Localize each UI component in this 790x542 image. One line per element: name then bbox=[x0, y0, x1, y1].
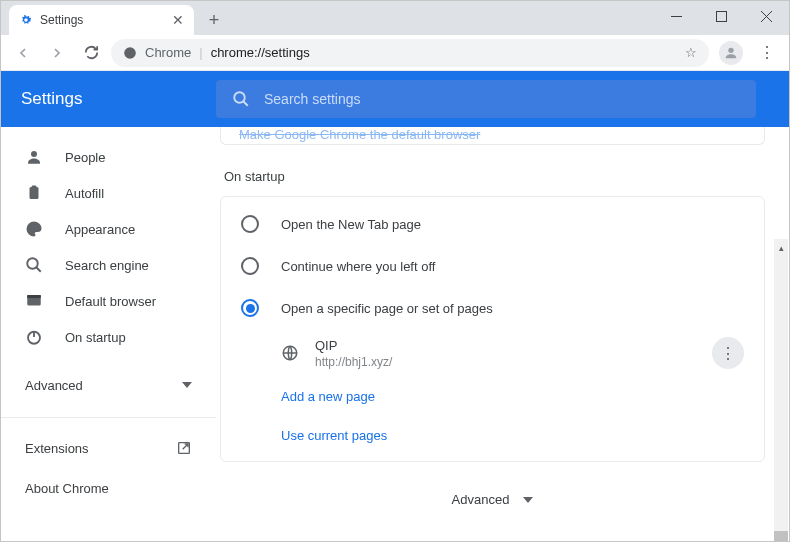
person-icon bbox=[25, 148, 43, 166]
close-tab-icon[interactable]: ✕ bbox=[172, 12, 184, 28]
browser-tab[interactable]: Settings ✕ bbox=[9, 5, 194, 35]
reload-button[interactable] bbox=[77, 39, 105, 67]
radio-new-tab[interactable]: Open the New Tab page bbox=[221, 203, 764, 245]
globe-icon bbox=[281, 344, 299, 362]
palette-icon bbox=[25, 220, 43, 238]
url-field[interactable]: Chrome | chrome://settings ☆ bbox=[111, 39, 709, 67]
url-path: chrome://settings bbox=[211, 45, 310, 60]
sidebar-item-extensions[interactable]: Extensions bbox=[1, 428, 216, 468]
chevron-down-icon bbox=[523, 497, 533, 503]
tab-title: Settings bbox=[40, 13, 83, 27]
svg-rect-1 bbox=[717, 11, 727, 21]
prev-section-card[interactable]: Make Google Chrome the default browser bbox=[220, 127, 765, 145]
sidebar-item-on-startup[interactable]: On startup bbox=[1, 319, 216, 355]
new-tab-button[interactable]: + bbox=[200, 6, 228, 34]
radio-icon-checked bbox=[241, 299, 259, 317]
svg-point-8 bbox=[27, 258, 38, 269]
search-box[interactable] bbox=[216, 80, 756, 118]
startup-page-url: http://bhj1.xyz/ bbox=[315, 355, 696, 369]
sidebar-item-autofill[interactable]: Autofill bbox=[1, 175, 216, 211]
addressbar: Chrome | chrome://settings ☆ ⋮ bbox=[1, 35, 789, 71]
scrollbar-track[interactable] bbox=[774, 239, 788, 541]
forward-button[interactable] bbox=[43, 39, 71, 67]
sidebar-item-default-browser[interactable]: Default browser bbox=[1, 283, 216, 319]
sidebar-item-label: People bbox=[65, 150, 105, 165]
radio-continue[interactable]: Continue where you left off bbox=[221, 245, 764, 287]
titlebar: Settings ✕ + bbox=[1, 1, 789, 35]
advanced-bottom-toggle[interactable]: Advanced bbox=[220, 492, 765, 507]
sidebar: People Autofill Appearance Search engine… bbox=[1, 127, 216, 541]
radio-specific-pages[interactable]: Open a specific page or set of pages bbox=[221, 287, 764, 329]
sidebar-item-search-engine[interactable]: Search engine bbox=[1, 247, 216, 283]
page-title: Settings bbox=[21, 89, 216, 109]
power-icon bbox=[25, 328, 43, 346]
radio-icon bbox=[241, 257, 259, 275]
sidebar-item-label: Search engine bbox=[65, 258, 149, 273]
maximize-button[interactable] bbox=[699, 1, 744, 31]
scrollbar-thumb[interactable] bbox=[774, 531, 788, 541]
svg-rect-6 bbox=[30, 187, 39, 199]
chevron-down-icon bbox=[182, 382, 192, 388]
chrome-origin-icon bbox=[123, 46, 137, 60]
sidebar-advanced-toggle[interactable]: Advanced bbox=[1, 363, 216, 407]
section-title: On startup bbox=[220, 169, 765, 184]
clipboard-icon bbox=[25, 184, 43, 202]
startup-page-entry: QIP http://bhj1.xyz/ ⋮ bbox=[221, 329, 764, 377]
profile-avatar[interactable] bbox=[719, 41, 743, 65]
bookmark-star-icon[interactable]: ☆ bbox=[685, 45, 697, 60]
svg-rect-0 bbox=[671, 16, 682, 17]
svg-point-4 bbox=[234, 92, 245, 103]
main-content: Make Google Chrome the default browser O… bbox=[216, 127, 789, 541]
sidebar-item-appearance[interactable]: Appearance bbox=[1, 211, 216, 247]
settings-gear-icon bbox=[19, 13, 33, 27]
sidebar-item-label: Default browser bbox=[65, 294, 156, 309]
add-page-link[interactable]: Add a new page bbox=[221, 377, 764, 416]
external-link-icon bbox=[176, 440, 192, 456]
sidebar-item-label: Autofill bbox=[65, 186, 104, 201]
search-input[interactable] bbox=[264, 91, 740, 107]
search-icon bbox=[25, 256, 43, 274]
close-window-button[interactable] bbox=[744, 1, 789, 31]
scroll-up-arrow[interactable]: ▴ bbox=[774, 241, 788, 255]
svg-rect-10 bbox=[27, 295, 41, 298]
use-current-pages-link[interactable]: Use current pages bbox=[221, 416, 764, 455]
search-icon bbox=[232, 90, 250, 108]
sidebar-item-label: On startup bbox=[65, 330, 126, 345]
svg-point-3 bbox=[728, 47, 733, 52]
settings-header: Settings bbox=[1, 71, 789, 127]
browser-icon bbox=[25, 292, 43, 310]
svg-point-5 bbox=[31, 151, 37, 157]
minimize-button[interactable] bbox=[654, 1, 699, 31]
sidebar-item-label: Appearance bbox=[65, 222, 135, 237]
sidebar-item-people[interactable]: People bbox=[1, 139, 216, 175]
startup-card: Open the New Tab page Continue where you… bbox=[220, 196, 765, 462]
radio-icon bbox=[241, 215, 259, 233]
url-scheme: Chrome bbox=[145, 45, 191, 60]
sidebar-item-about[interactable]: About Chrome bbox=[1, 468, 216, 508]
startup-page-name: QIP bbox=[315, 338, 696, 353]
browser-menu-icon[interactable]: ⋮ bbox=[753, 43, 781, 62]
back-button[interactable] bbox=[9, 39, 37, 67]
svg-rect-7 bbox=[32, 186, 37, 189]
svg-point-2 bbox=[124, 47, 136, 59]
page-more-button[interactable]: ⋮ bbox=[712, 337, 744, 369]
